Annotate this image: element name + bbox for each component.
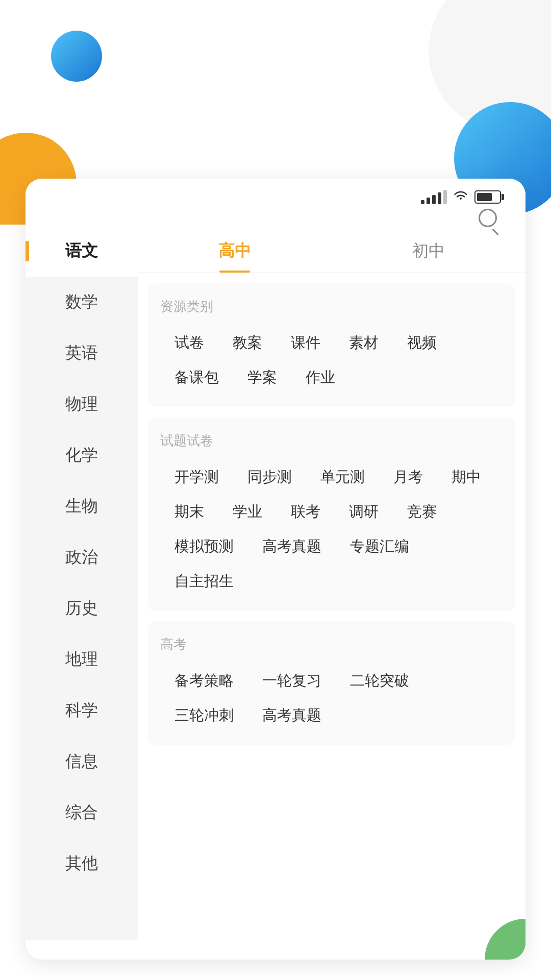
tab-初中[interactable]: 初中 bbox=[332, 226, 525, 273]
sidebar-item-综合[interactable]: 综合 bbox=[26, 787, 138, 838]
signal-icon bbox=[421, 190, 447, 204]
tag-专题汇编[interactable]: 专题汇编 bbox=[336, 529, 423, 564]
tag-开学测[interactable]: 开学测 bbox=[160, 460, 233, 495]
tag-期中[interactable]: 期中 bbox=[437, 460, 495, 495]
tags-row-exam_types: 开学测同步测单元测月考期中期末学业联考调研竞赛模拟预测高考真题专题汇编自主招生 bbox=[160, 460, 503, 599]
section-exam_types: 试题试卷开学测同步测单元测月考期中期末学业联考调研竞赛模拟预测高考真题专题汇编自… bbox=[148, 418, 515, 611]
sections-container: 资源类别试卷教案课件素材视频备课包学案作业试题试卷开学测同步测单元测月考期中期末… bbox=[138, 283, 525, 745]
tag-作业[interactable]: 作业 bbox=[291, 360, 349, 395]
sidebar-item-生物[interactable]: 生物 bbox=[26, 481, 138, 532]
sidebar-item-其他[interactable]: 其他 bbox=[26, 838, 138, 889]
tab-高中[interactable]: 高中 bbox=[138, 226, 332, 273]
tag-一轮复习[interactable]: 一轮复习 bbox=[248, 664, 336, 698]
tag-素材[interactable]: 素材 bbox=[335, 326, 393, 360]
tag-模拟预测[interactable]: 模拟预测 bbox=[160, 529, 248, 564]
status-bar bbox=[26, 179, 525, 210]
tag-试卷[interactable]: 试卷 bbox=[160, 326, 218, 360]
tag-教案[interactable]: 教案 bbox=[218, 326, 277, 360]
tag-视频[interactable]: 视频 bbox=[393, 326, 451, 360]
tag-高考真题[interactable]: 高考真题 bbox=[248, 698, 336, 733]
tag-高考真题[interactable]: 高考真题 bbox=[248, 529, 336, 564]
section-label-gaokao: 高考 bbox=[160, 635, 503, 653]
tags-row-resource_types: 试卷教案课件素材视频备课包学案作业 bbox=[160, 326, 503, 395]
tag-单元测[interactable]: 单元测 bbox=[306, 460, 379, 495]
status-icons bbox=[421, 189, 501, 205]
wifi-icon bbox=[453, 189, 468, 205]
section-resource_types: 资源类别试卷教案课件素材视频备课包学案作业 bbox=[148, 283, 515, 407]
sidebar-item-政治[interactable]: 政治 bbox=[26, 532, 138, 583]
tag-自主招生[interactable]: 自主招生 bbox=[160, 564, 248, 599]
tag-学业[interactable]: 学业 bbox=[218, 495, 277, 529]
sidebar-item-地理[interactable]: 地理 bbox=[26, 634, 138, 685]
tag-期末[interactable]: 期末 bbox=[160, 495, 218, 529]
tag-月考[interactable]: 月考 bbox=[379, 460, 437, 495]
sidebar-item-物理[interactable]: 物理 bbox=[26, 379, 138, 430]
sidebar-item-历史[interactable]: 历史 bbox=[26, 583, 138, 634]
tags-row-gaokao: 备考策略一轮复习二轮突破三轮冲刺高考真题 bbox=[160, 664, 503, 733]
tag-学案[interactable]: 学案 bbox=[233, 360, 291, 395]
left-sidebar: 语文数学英语物理化学生物政治历史地理科学信息综合其他 bbox=[26, 226, 138, 940]
phone-card: 语文数学英语物理化学生物政治历史地理科学信息综合其他 高中初中 资源类别试卷教案… bbox=[26, 179, 525, 960]
tag-调研[interactable]: 调研 bbox=[335, 495, 393, 529]
tag-二轮突破[interactable]: 二轮突破 bbox=[336, 664, 423, 698]
tag-竞赛[interactable]: 竞赛 bbox=[393, 495, 451, 529]
search-icon bbox=[479, 209, 497, 227]
section-gaokao: 高考备考策略一轮复习二轮突破三轮冲刺高考真题 bbox=[148, 621, 515, 745]
category-tabs: 高中初中 bbox=[138, 226, 525, 273]
right-content: 高中初中 资源类别试卷教案课件素材视频备课包学案作业试题试卷开学测同步测单元测月… bbox=[138, 226, 525, 940]
section-label-resource_types: 资源类别 bbox=[160, 298, 503, 315]
section-label-exam_types: 试题试卷 bbox=[160, 432, 503, 450]
top-nav bbox=[26, 210, 525, 226]
tag-三轮冲刺[interactable]: 三轮冲刺 bbox=[160, 698, 248, 733]
sidebar-item-科学[interactable]: 科学 bbox=[26, 685, 138, 736]
sidebar-item-化学[interactable]: 化学 bbox=[26, 430, 138, 481]
tag-课件[interactable]: 课件 bbox=[277, 326, 335, 360]
tag-备课包[interactable]: 备课包 bbox=[160, 360, 233, 395]
tag-同步测[interactable]: 同步测 bbox=[233, 460, 306, 495]
tag-联考[interactable]: 联考 bbox=[277, 495, 335, 529]
battery-icon bbox=[474, 190, 501, 204]
main-content: 语文数学英语物理化学生物政治历史地理科学信息综合其他 高中初中 资源类别试卷教案… bbox=[26, 226, 525, 940]
sidebar-item-英语[interactable]: 英语 bbox=[26, 328, 138, 379]
deco-circle-blue bbox=[51, 31, 102, 82]
sidebar-item-信息[interactable]: 信息 bbox=[26, 736, 138, 787]
tag-备考策略[interactable]: 备考策略 bbox=[160, 664, 248, 698]
sidebar-item-语文[interactable]: 语文 bbox=[26, 226, 138, 277]
sidebar-item-数学[interactable]: 数学 bbox=[26, 277, 138, 328]
